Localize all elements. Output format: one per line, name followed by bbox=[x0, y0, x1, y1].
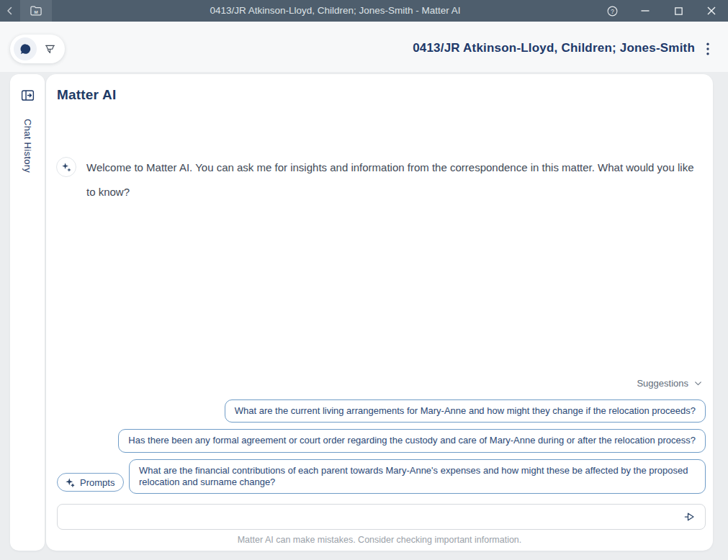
disclaimer-text: Matter AI can make mistakes. Consider ch… bbox=[46, 535, 713, 545]
minimize-icon bbox=[640, 6, 650, 16]
prompts-button[interactable]: Prompts bbox=[57, 473, 124, 492]
matter-menu-button[interactable] bbox=[701, 41, 715, 57]
panel-expand-icon bbox=[20, 88, 35, 103]
title-bar: M 0413/JR Atkinson-Lloyd, Children; Jone… bbox=[0, 0, 728, 22]
assistant-message: Welcome to Matter AI. You can ask me for… bbox=[56, 155, 698, 204]
chat-panel: Matter AI Welcome to Matter AI. You can … bbox=[46, 74, 713, 551]
prompts-button-label: Prompts bbox=[80, 477, 114, 488]
chevron-down-icon bbox=[693, 379, 703, 388]
funnel-icon bbox=[43, 42, 57, 56]
svg-text:?: ? bbox=[611, 8, 614, 14]
matter-ai-window: M 0413/JR Atkinson-Lloyd, Children; Jone… bbox=[0, 0, 728, 560]
window-title: 0413/JR Atkinson-Lloyd, Children; Jones-… bbox=[86, 0, 584, 22]
ai-avatar bbox=[56, 157, 76, 177]
suggestion-pill[interactable]: Has there been any formal agreement or c… bbox=[118, 429, 706, 452]
minimize-button[interactable] bbox=[629, 0, 662, 22]
message-input[interactable] bbox=[58, 505, 675, 528]
back-button[interactable] bbox=[0, 0, 20, 22]
maximize-icon bbox=[674, 6, 683, 16]
chat-history-rail: Chat History bbox=[10, 74, 45, 551]
suggestions-toggle[interactable]: Suggestions bbox=[637, 378, 703, 389]
help-button[interactable]: ? bbox=[596, 0, 629, 22]
back-chevron-icon bbox=[4, 4, 17, 17]
window-controls: ? bbox=[596, 0, 728, 22]
sparkles-icon bbox=[61, 162, 72, 173]
suggestions-label: Suggestions bbox=[637, 378, 688, 389]
page-title: Matter AI bbox=[57, 87, 116, 103]
suggestion-pill[interactable]: What are the financial contributions of … bbox=[129, 459, 706, 494]
folder-m-icon: M bbox=[29, 4, 43, 18]
send-icon bbox=[683, 510, 697, 524]
close-button[interactable] bbox=[695, 0, 728, 22]
maximize-button[interactable] bbox=[662, 0, 695, 22]
view-toggle-pill bbox=[10, 35, 65, 63]
suggestion-pill[interactable]: What are the current living arrangements… bbox=[225, 399, 706, 423]
help-icon: ? bbox=[606, 5, 619, 17]
svg-text:M: M bbox=[34, 9, 37, 14]
chat-bubble-icon bbox=[19, 42, 32, 56]
matter-title: 0413/JR Atkinson-Lloyd, Children; Jones-… bbox=[413, 41, 695, 55]
expand-history-button[interactable] bbox=[18, 86, 37, 104]
chat-view-button[interactable] bbox=[14, 37, 37, 60]
prompt-sparkle-icon bbox=[65, 477, 76, 488]
assistant-message-text: Welcome to Matter AI. You can ask me for… bbox=[86, 155, 698, 204]
message-input-row bbox=[57, 504, 706, 530]
app-header: 0413/JR Atkinson-Lloyd, Children; Jones-… bbox=[0, 22, 728, 72]
close-icon bbox=[706, 6, 716, 16]
chat-history-label: Chat History bbox=[22, 119, 33, 173]
funnel-view-button[interactable] bbox=[38, 37, 61, 60]
app-folder-button[interactable]: M bbox=[20, 0, 52, 22]
send-button[interactable] bbox=[675, 505, 705, 529]
kebab-menu-icon bbox=[706, 42, 709, 55]
suggestion-list: What are the current living arrangements… bbox=[118, 399, 706, 494]
